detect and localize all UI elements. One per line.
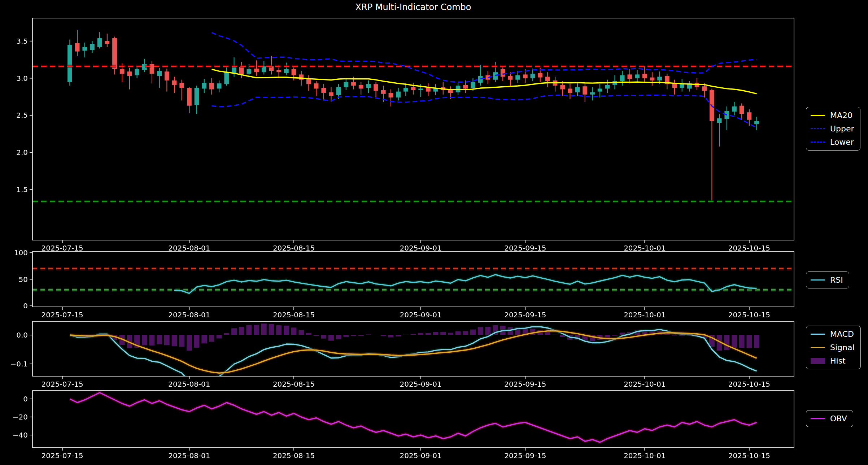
- legend-label: Lower: [830, 138, 854, 147]
- x-tick-label: 2025-08-01: [168, 451, 210, 460]
- legend-label: RSI: [830, 275, 843, 284]
- x-tick-label: 2025-08-01: [168, 310, 210, 319]
- x-tick-label: 2025-09-01: [400, 310, 442, 319]
- macd-legend: MACD Signal Hist: [806, 326, 861, 369]
- x-tick-label: 2025-08-15: [273, 310, 315, 319]
- macd-line-icon: [811, 334, 825, 335]
- y-tick-label: −40: [13, 431, 28, 439]
- y-tick-label: 2.5: [16, 111, 28, 119]
- x-tick-label: 2025-10-01: [624, 380, 666, 388]
- x-tick-label: 2025-08-01: [168, 244, 210, 252]
- obv-line-icon: [811, 418, 825, 419]
- chart-canvas: [0, 0, 868, 465]
- y-tick-label: 0.0: [16, 331, 28, 339]
- x-tick-label: 2025-09-15: [504, 244, 546, 252]
- x-tick-label: 2025-08-15: [273, 451, 315, 460]
- y-tick-label: 1.5: [16, 185, 28, 194]
- price-legend: MA20 Upper Lower: [806, 107, 860, 151]
- figure: XRP Multi-Indicator Combo 2025-07-152025…: [0, 0, 868, 465]
- y-tick-label: 3.0: [16, 74, 28, 83]
- y-tick-label: 100: [14, 248, 28, 257]
- x-tick-label: 2025-10-15: [728, 310, 770, 319]
- x-tick-label: 2025-07-15: [42, 310, 83, 319]
- legend-item-ma20: MA20: [811, 111, 854, 120]
- y-tick-label: 0: [23, 301, 28, 310]
- legend-item-signal: Signal: [811, 343, 855, 352]
- y-tick-label: 50: [19, 275, 28, 284]
- y-tick-label: −20: [13, 413, 28, 421]
- signal-line-icon: [811, 347, 825, 348]
- x-tick-label: 2025-10-01: [624, 310, 666, 319]
- x-tick-label: 2025-09-01: [400, 244, 442, 252]
- rsi-line-icon: [811, 279, 825, 281]
- x-tick-label: 2025-08-01: [168, 380, 210, 388]
- x-tick-label: 2025-10-15: [728, 244, 770, 252]
- x-tick-label: 2025-08-15: [273, 380, 315, 388]
- lower-band-line-icon: [811, 142, 825, 143]
- legend-label: Signal: [830, 343, 855, 352]
- legend-label: Upper: [830, 124, 854, 133]
- ma20-line-icon: [811, 115, 825, 116]
- legend-label: OBV: [830, 414, 847, 423]
- y-tick-label: −0.1: [10, 360, 28, 368]
- legend-item-lower-band: Lower: [811, 138, 854, 147]
- legend-label: MA20: [830, 111, 852, 120]
- x-tick-label: 2025-07-15: [42, 451, 83, 460]
- x-tick-label: 2025-10-15: [728, 380, 770, 388]
- x-tick-label: 2025-08-15: [273, 244, 315, 252]
- y-tick-label: 0: [23, 395, 28, 403]
- legend-label: MACD: [830, 330, 854, 339]
- legend-label: Hist: [830, 356, 846, 365]
- legend-item-macd: MACD: [811, 330, 855, 339]
- legend-item-upper-band: Upper: [811, 124, 854, 133]
- hist-patch-icon: [811, 358, 825, 364]
- x-tick-label: 2025-10-01: [624, 451, 666, 460]
- x-tick-label: 2025-07-15: [42, 380, 83, 388]
- legend-item-rsi: RSI: [811, 275, 843, 284]
- x-tick-label: 2025-07-15: [42, 244, 83, 252]
- x-tick-label: 2025-10-01: [624, 244, 666, 252]
- y-tick-label: 3.5: [16, 37, 28, 45]
- legend-item-hist: Hist: [811, 356, 855, 365]
- x-tick-label: 2025-09-15: [504, 380, 546, 388]
- x-tick-label: 2025-09-01: [400, 380, 442, 388]
- x-tick-label: 2025-09-15: [504, 310, 546, 319]
- obv-legend: OBV: [806, 410, 853, 427]
- y-tick-label: 2.0: [16, 148, 28, 157]
- upper-band-line-icon: [811, 128, 825, 129]
- x-tick-label: 2025-09-01: [400, 451, 442, 460]
- legend-item-obv: OBV: [811, 414, 847, 423]
- x-tick-label: 2025-10-15: [728, 451, 770, 460]
- x-tick-label: 2025-09-15: [504, 451, 546, 460]
- rsi-legend: RSI: [806, 271, 849, 288]
